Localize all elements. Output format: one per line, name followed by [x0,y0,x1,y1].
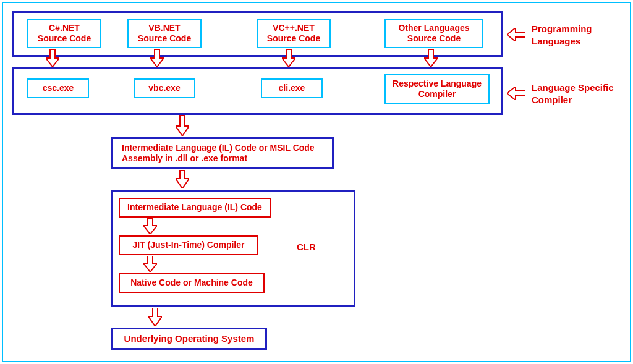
arrow-left-icon [507,28,525,41]
clr-il-label: Intermediate Language (IL) Code [127,202,262,213]
cli-box: cli.exe [261,78,323,98]
vbc-label: vbc.exe [148,83,180,94]
il-code-label: Intermediate Language (IL) Code or MSIL … [122,143,315,164]
other-source-box: Other Languages Source Code [384,19,483,48]
os-box: Underlying Operating System [111,328,267,350]
other-source-label: Other Languages Source Code [398,23,469,44]
arrow-down-icon [176,170,189,187]
cli-label: cli.exe [279,83,305,94]
arrow-down-icon [424,49,438,67]
jit-box: JIT (Just-In-Time) Compiler [119,235,258,255]
arrow-down-icon [46,49,59,67]
arrow-down-icon [150,49,164,67]
arrow-down-icon [143,256,157,273]
vb-source-box: VB.NET Source Code [127,19,202,48]
csc-box: csc.exe [27,78,89,98]
os-label: Underlying Operating System [124,333,255,345]
vbc-box: vbc.exe [134,78,195,98]
clr-il-box: Intermediate Language (IL) Code [119,198,271,218]
vcpp-source-label: VC++.NET Source Code [267,23,320,44]
arrow-left-icon [507,87,525,100]
programming-languages-label: Programming Languages [532,23,592,47]
arrow-down-icon [148,308,162,325]
csharp-source-box: C#.NET Source Code [27,19,101,48]
native-code-box: Native Code or Machine Code [119,273,265,293]
arrow-down-icon [143,218,157,235]
csc-label: csc.exe [43,83,74,94]
jit-label: JIT (Just-In-Time) Compiler [133,240,245,251]
vb-source-label: VB.NET Source Code [138,23,191,44]
respective-compiler-label: Respective Language Compiler [393,78,482,100]
language-specific-compiler-label: Language Specific Compiler [532,82,614,106]
arrow-down-icon [176,115,189,132]
csharp-source-label: C#.NET Source Code [38,23,91,44]
vcpp-source-box: VC++.NET Source Code [257,19,331,48]
il-code-box: Intermediate Language (IL) Code or MSIL … [111,137,334,169]
arrow-down-icon [282,49,295,67]
respective-compiler-box: Respective Language Compiler [384,74,490,104]
native-code-label: Native Code or Machine Code [130,277,253,289]
clr-label: CLR [297,241,316,253]
